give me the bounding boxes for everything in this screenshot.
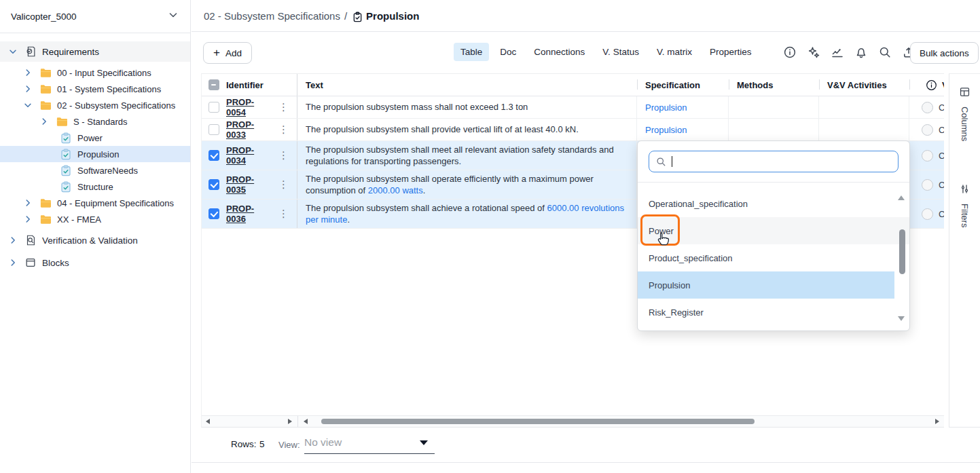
vv-activities-cell[interactable]: [819, 119, 909, 140]
folder-icon: [39, 67, 52, 79]
search-icon[interactable]: [877, 45, 892, 59]
scrollbar-thumb[interactable]: [321, 419, 755, 424]
row-checkbox[interactable]: [208, 124, 219, 135]
identifier-cell: PROP-0054⋮: [202, 96, 297, 118]
chevron-right-icon[interactable]: [23, 214, 33, 224]
status-radio[interactable]: [922, 150, 933, 162]
tab-v-status[interactable]: V. Status: [596, 43, 646, 61]
sidebar-item-02-subsystem-specifications[interactable]: 02 - Subsystem Specifications: [0, 97, 190, 113]
header-specification[interactable]: Specification: [637, 74, 729, 96]
sidebar-item-blocks[interactable]: Blocks: [0, 253, 190, 272]
horizontal-scrollbar[interactable]: [202, 415, 944, 427]
header-text[interactable]: Text: [297, 74, 637, 96]
identifier-link[interactable]: PROP-0034: [226, 145, 272, 166]
project-selector[interactable]: Valicopter_5000: [0, 0, 190, 33]
filters-panel-toggle[interactable]: Filters: [949, 183, 980, 227]
sidebar-item-power[interactable]: Power: [0, 130, 190, 146]
identifier-link[interactable]: PROP-0036: [226, 204, 272, 224]
scroll-right-arrow-icon[interactable]: [935, 419, 939, 424]
tab-connections[interactable]: Connections: [527, 43, 592, 61]
header-vv-activities[interactable]: V&V Activities: [819, 74, 909, 96]
bulk-actions-button[interactable]: Bulk actions: [910, 42, 979, 64]
sidebar-item-xx-fmea[interactable]: XX - FMEA: [0, 211, 190, 227]
sidebar-item-04-equipment-specifications[interactable]: 04 - Equipment Specifications: [0, 195, 190, 211]
dropdown-option-product-specification[interactable]: Product_specification: [638, 244, 909, 271]
row-checkbox[interactable]: [208, 150, 219, 161]
add-button[interactable]: + Add: [203, 42, 252, 64]
sidebar-item-propulsion[interactable]: Propulsion: [0, 146, 190, 162]
sidebar-item-label: Verification & Validation: [42, 235, 138, 246]
scroll-up-arrow-icon[interactable]: [898, 195, 905, 200]
info-icon[interactable]: [782, 45, 797, 59]
kebab-menu-icon[interactable]: ⋮: [278, 124, 297, 136]
value-link[interactable]: 2000.00 watts: [368, 185, 423, 195]
specification-link[interactable]: Propulsion: [645, 125, 687, 135]
row-checkbox[interactable]: [208, 208, 219, 219]
add-button-label: Add: [225, 48, 242, 58]
chevron-right-icon[interactable]: [8, 258, 18, 267]
sidebar-item-01-system-specifications[interactable]: 01 - System Specifications: [0, 81, 190, 97]
activity-chart-icon[interactable]: [830, 45, 844, 59]
view-select[interactable]: No view: [304, 432, 435, 454]
status-cell[interactable]: C: [909, 170, 944, 199]
dropdown-search-input[interactable]: [649, 151, 899, 172]
chevron-right-icon[interactable]: [39, 117, 49, 126]
methods-cell[interactable]: [729, 119, 819, 140]
chevron-down-icon[interactable]: [23, 100, 33, 110]
dropdown-option-operational-specification[interactable]: Operational_specification: [638, 190, 909, 217]
columns-panel-toggle[interactable]: Columns: [949, 86, 980, 141]
chevron-right-icon[interactable]: [8, 235, 18, 245]
status-cell[interactable]: C: [909, 141, 944, 170]
kebab-menu-icon[interactable]: ⋮: [278, 101, 297, 113]
tab-table[interactable]: Table: [454, 43, 489, 61]
tab-properties[interactable]: Properties: [703, 43, 759, 61]
ai-sparkles-icon[interactable]: [806, 45, 820, 59]
chevron-down-icon[interactable]: [8, 47, 18, 56]
chevron-down-icon[interactable]: [167, 9, 179, 24]
chevron-right-icon[interactable]: [23, 198, 33, 208]
scroll-right-arrow-icon[interactable]: [288, 419, 292, 424]
specification-cell[interactable]: Propulsion: [637, 96, 729, 118]
tab-v-matrix[interactable]: V. matrix: [650, 43, 699, 61]
methods-cell[interactable]: [729, 96, 819, 118]
sidebar-item-softwareneeds[interactable]: SoftwareNeeds: [0, 162, 190, 178]
status-cell[interactable]: C: [909, 96, 944, 118]
dropdown-scrollbar-thumb[interactable]: [899, 229, 905, 274]
breadcrumb-parent[interactable]: 02 - Subsystem Specifications: [204, 10, 340, 22]
identifier-link[interactable]: PROP-0035: [226, 174, 272, 195]
row-checkbox[interactable]: [208, 102, 219, 113]
scroll-down-arrow-icon[interactable]: [898, 316, 905, 321]
sidebar-item-requirements[interactable]: Requirements: [0, 41, 190, 62]
sidebar-item-structure[interactable]: Structure: [0, 178, 190, 195]
scroll-left-arrow-icon[interactable]: [206, 419, 210, 424]
header-identifier[interactable]: Identifier: [202, 74, 297, 96]
chevron-right-icon[interactable]: [23, 84, 33, 94]
status-radio[interactable]: [922, 208, 933, 220]
status-cell[interactable]: C: [909, 119, 944, 140]
kebab-menu-icon[interactable]: ⋮: [278, 149, 297, 162]
status-cell[interactable]: C: [909, 200, 944, 228]
sidebar-item-verification-validation[interactable]: Verification & Validation: [0, 231, 190, 250]
status-radio[interactable]: [922, 102, 933, 113]
vv-activities-cell[interactable]: [819, 96, 909, 118]
header-info[interactable]: V: [909, 74, 944, 96]
sidebar-item-00-input-specifications[interactable]: 00 - Input Specifications: [0, 64, 190, 81]
kebab-menu-icon[interactable]: ⋮: [278, 178, 297, 191]
dropdown-option-risk-register[interactable]: Risk_Register: [638, 299, 909, 326]
row-checkbox[interactable]: [208, 179, 219, 190]
select-all-checkbox[interactable]: [208, 79, 219, 90]
specification-link[interactable]: Propulsion: [645, 102, 687, 113]
scroll-left-arrow-icon[interactable]: [304, 419, 308, 424]
header-methods[interactable]: Methods: [729, 74, 819, 96]
identifier-link[interactable]: PROP-0054: [226, 97, 272, 117]
notifications-icon[interactable]: [854, 45, 868, 59]
status-radio[interactable]: [922, 124, 933, 136]
identifier-link[interactable]: PROP-0033: [226, 119, 272, 140]
chevron-right-icon[interactable]: [23, 68, 33, 77]
specification-cell[interactable]: Propulsion: [637, 119, 729, 140]
sidebar-item-s-standards[interactable]: S - Standards: [0, 113, 190, 130]
status-radio[interactable]: [922, 179, 933, 191]
tab-doc[interactable]: Doc: [493, 43, 523, 61]
dropdown-option-propulsion[interactable]: Propulsion: [638, 271, 894, 299]
kebab-menu-icon[interactable]: ⋮: [278, 208, 297, 220]
